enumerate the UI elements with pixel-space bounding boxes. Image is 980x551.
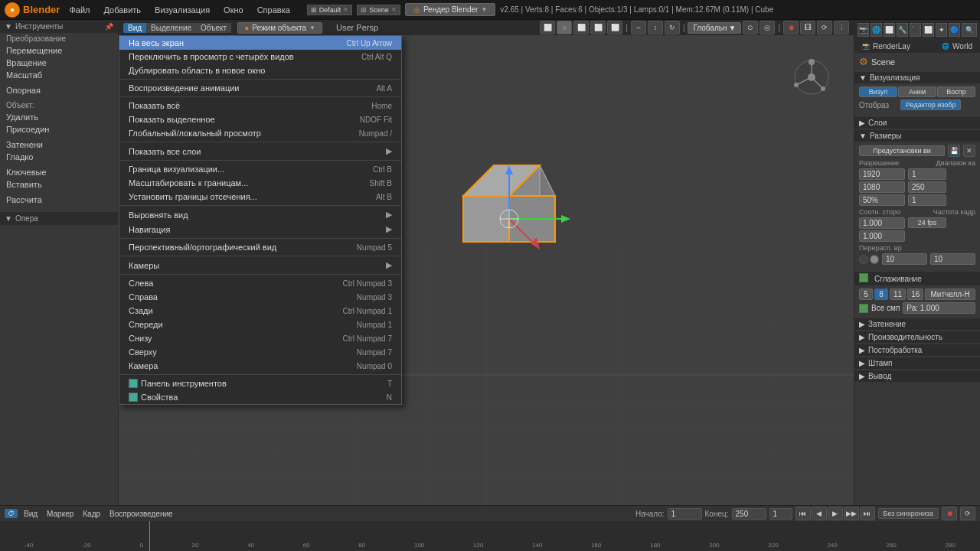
timeline-sync-icon[interactable]: ⟳ [960,507,975,520]
fps-selector[interactable]: 24 fps [908,217,946,228]
preset-del-icon[interactable]: ✕ [963,145,975,157]
resolution-percent-input[interactable]: 50% [859,194,905,206]
shading-section-header[interactable]: ▶ Затенение [854,318,980,330]
tool-shade-flat[interactable]: Затенени [0,139,118,151]
tool-calculate[interactable]: Рассчита [0,194,118,206]
prop-camera-icon[interactable]: 📷 [858,23,869,37]
smooth-section-header[interactable]: Сглаживание [854,272,980,285]
dropdown-item-border-viz[interactable]: Граница визуализации... Ctrl B [119,162,401,176]
all-samp-val[interactable]: Ра: 1.000 [903,302,975,314]
prop-modifier-icon[interactable]: 🔧 [897,23,908,37]
layout-selector[interactable]: Default [319,6,341,14]
sync-icon[interactable]: ⟳ [817,21,832,34]
timeline-icon[interactable]: ⏱ [5,509,18,518]
aspect-y-input[interactable]: 1.000 [859,230,905,242]
prop-physics-icon[interactable]: 🔵 [949,23,960,37]
viz-section-header[interactable]: ▼ Визуализация [854,72,980,83]
end-frame-field[interactable] [732,508,766,520]
play-btn[interactable]: ▶ [828,507,843,520]
object-menu-btn[interactable]: Объект [196,23,231,33]
viewport-render-icon[interactable]: ⬜ [607,21,622,34]
tool-shade-smooth[interactable]: Гладко [0,151,118,163]
tool-keyframe[interactable]: Ключевые [0,166,118,178]
prop-material-icon[interactable]: ⬛ [910,23,921,37]
menu-add[interactable]: Добавить [97,4,147,16]
timeline-view-btn[interactable]: Вид [21,510,41,518]
preset-save-icon[interactable]: 💾 [948,145,960,157]
stamp-section-header[interactable]: ▶ Штамп [854,357,980,369]
jump-start-btn[interactable]: ⏮ [795,507,811,520]
dropdown-item-align-view[interactable]: Выровнять вид ▶ [119,207,401,222]
overscan-val1[interactable]: 10 [882,253,927,265]
menu-window[interactable]: Окно [217,4,250,16]
menu-file[interactable]: Файл [63,4,96,16]
dropdown-item-back[interactable]: Сзади Ctrl Numpad 1 [119,304,401,318]
step-input[interactable]: 1 [908,194,946,206]
snum-11[interactable]: 11 [890,289,906,300]
record-icon[interactable]: ⏺ [783,21,799,34]
tab-playback[interactable]: Воспр [937,86,975,97]
viewport-material-icon[interactable]: ⬜ [590,21,606,34]
prop-object-icon[interactable]: ⬜ [884,23,895,37]
viewport-manip-icon[interactable]: ↔ [631,21,646,34]
viewport-draw-type-icon[interactable]: ⬜ [540,21,555,34]
start-frame-field[interactable] [668,508,702,520]
resolution-x-input[interactable]: 1920 [859,168,905,180]
layers-section-header[interactable]: ▶ Слои [854,117,980,129]
tool-scale[interactable]: Масштаб [0,69,118,81]
timeline-play-btn[interactable]: Воспроизведение [106,510,176,518]
dropdown-item-toolbar[interactable]: Панель инструментов T [119,377,401,390]
prop-texture-icon[interactable]: ⬜ [923,23,934,37]
start-frame-input[interactable]: 1 [908,168,946,180]
sync-selector[interactable]: Без синхрониза [878,508,939,519]
perf-section-header[interactable]: ▶ Производительность [854,331,980,343]
dropdown-item-left[interactable]: Слева Ctrl Numpad 3 [119,276,401,290]
preset-btn[interactable]: Предустановки ви [859,145,945,156]
output-section-header[interactable]: ▶ Вывод [854,370,980,382]
prop-particles-icon[interactable]: ✦ [936,23,947,37]
dropdown-item-properties[interactable]: Свойства N [119,390,401,404]
end-frame-input[interactable]: 250 [908,181,946,193]
dropdown-item-play-anim[interactable]: Воспроизведение анимации Alt A [119,81,401,95]
menu-help[interactable]: Справка [251,4,296,16]
dropdown-item-right[interactable]: Справа Numpad 3 [119,290,401,304]
scene-selector[interactable]: ⊞ Scene ✕ [357,5,400,15]
world-item[interactable]: 🌐 World [937,41,977,51]
dropdown-item-front[interactable]: Спереди Numpad 1 [119,318,401,331]
tool-origin[interactable]: Опорная [0,84,118,96]
dropdown-item-scale-to-border[interactable]: Масштабировать к границам... Shift B [119,176,401,190]
display-editor-btn[interactable]: Редактор изобр [900,99,961,110]
render-button[interactable]: ◎ Рендер Blender ▼ [405,3,495,16]
sizes-section-header[interactable]: ▼ Размеры [854,130,980,142]
aspect-x-input[interactable]: 1.000 [859,217,905,229]
prev-frame-btn[interactable]: ◀ [812,507,827,520]
animation-icon[interactable]: 🎞 [800,21,815,34]
snum-8[interactable]: 8 [874,289,888,300]
panel-pin-icon[interactable]: 📌 [105,23,113,31]
timeline-frame-btn[interactable]: Кадр [80,510,103,518]
dropdown-item-cameras[interactable]: Камеры ▶ [119,258,401,272]
viewport-wire-icon[interactable]: ⬜ [573,21,589,34]
dropdown-item-set-clip-border[interactable]: Установить границы отсечения... Alt B [119,190,401,204]
dropdown-item-bottom[interactable]: Снизу Ctrl Numpad 7 [119,331,401,345]
dropdown-item-duplicate-area[interactable]: Дублировать область в новое окно [119,64,401,77]
view-menu-btn[interactable]: Вид [123,23,146,33]
dropdown-item-top[interactable]: Сверху Numpad 7 [119,345,401,359]
more-icon[interactable]: ⋮ [834,21,849,34]
tab-anim[interactable]: Аним [898,86,936,97]
dropdown-item-quadview[interactable]: Переключить в просмотр с четырёх видов C… [119,50,401,64]
dropdown-item-local-global[interactable]: Глобальный/локальный просмотр Numpad / [119,126,401,140]
dropdown-item-show-all[interactable]: Показать всё Home [119,99,401,112]
render-layer-item[interactable]: 📸 RenderLay [858,41,915,51]
postproc-section-header[interactable]: ▶ Постобработка [854,344,980,356]
viewport-manip2-icon[interactable]: ↕ [648,21,663,34]
dropdown-item-show-selected[interactable]: Показать выделенное NDOF Fit [119,112,401,126]
smooth-filter[interactable]: Митчелл-Н [925,289,975,300]
cube-object[interactable] [448,158,570,282]
tool-join[interactable]: Присоедин [0,123,118,135]
next-frame-btn[interactable]: ▶▶ [844,507,859,520]
select-menu-btn[interactable]: Выделение [146,23,196,33]
menu-render[interactable]: Визуализация [149,4,216,16]
mode-selector[interactable]: ● Режим объекта ▼ [237,22,322,34]
viewport-solid-icon[interactable]: ○ [557,21,572,34]
